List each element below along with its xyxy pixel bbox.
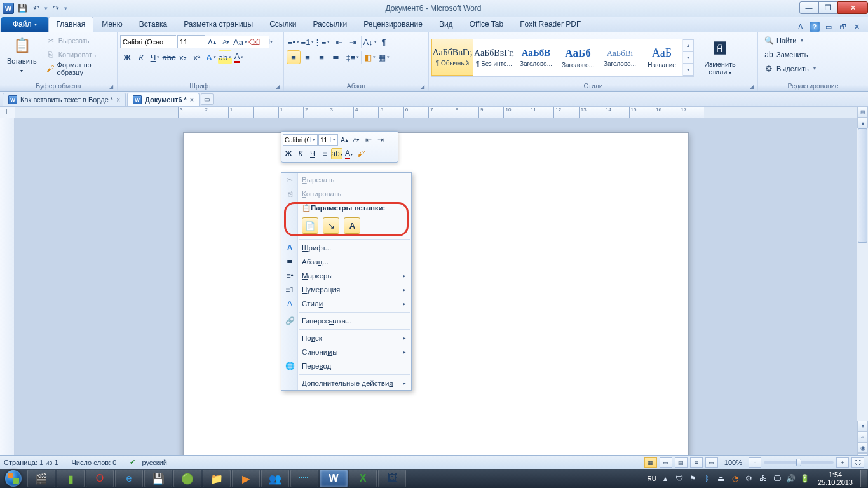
horizontal-ruler[interactable]: 3211234567891011121314151617 <box>178 107 704 118</box>
view-web-layout-icon[interactable]: ▤ <box>675 458 688 468</box>
taskbar-app-mpc[interactable]: 🎬 <box>27 470 55 487</box>
font-size-combo[interactable]: ▾ <box>177 35 205 48</box>
help-icon[interactable]: ? <box>810 22 820 32</box>
tray-tool-icon[interactable]: ⚙ <box>744 473 754 484</box>
ctx-numbering[interactable]: ≡1Нумерация▸ <box>281 283 411 297</box>
sort-icon[interactable]: A↓ <box>363 35 377 49</box>
taskbar-app-msn[interactable]: 👥 <box>261 470 289 487</box>
ribbon-tab-references[interactable]: Ссылки <box>261 17 304 32</box>
qat-undo-dropdown-icon[interactable]: ▾ <box>44 3 48 14</box>
increase-indent-icon[interactable]: ⇥ <box>346 35 360 49</box>
font-name-combo[interactable]: ▾ <box>120 35 176 48</box>
mini-grow-font-icon[interactable]: A▴ <box>339 134 350 146</box>
show-desktop-button[interactable] <box>860 470 867 487</box>
ctx-hyperlink[interactable]: 🔗Гиперссылка... <box>281 314 411 328</box>
taskbar-app-picasa[interactable]: 🖼 <box>378 470 406 487</box>
qat-save-icon[interactable]: 💾 <box>17 3 28 14</box>
page[interactable] <box>183 132 689 464</box>
ruler-toggle-icon[interactable]: ▤ <box>857 107 868 118</box>
grow-font-icon[interactable]: A▴ <box>205 35 219 49</box>
paste-merge-formatting-icon[interactable]: ↘ <box>323 217 339 234</box>
clear-formatting-icon[interactable]: ⌫ <box>247 35 261 49</box>
mini-font-color-icon[interactable]: A <box>343 148 355 159</box>
subscript-icon[interactable]: x₂ <box>176 50 190 64</box>
vertical-ruler[interactable] <box>0 118 15 464</box>
style-item-heading3[interactable]: АаБбВіЗаголово... <box>599 39 641 76</box>
minimize-ribbon-icon[interactable]: ᐱ <box>796 22 806 32</box>
mini-shrink-font-icon[interactable]: A▾ <box>351 134 362 146</box>
ribbon-tab-menu[interactable]: Меню <box>93 17 130 32</box>
browse-object-icon[interactable]: ◉ <box>857 442 868 453</box>
ctx-paragraph[interactable]: ≣Абзац... <box>281 255 411 269</box>
close-tab-icon[interactable]: × <box>190 97 194 104</box>
taskbar-app-opera[interactable]: O <box>86 470 114 487</box>
ctx-styles[interactable]: AСтили▸ <box>281 297 411 311</box>
zoom-in-button[interactable]: + <box>836 458 849 468</box>
gallery-more-icon[interactable]: ▾ <box>683 64 693 76</box>
chevron-down-icon[interactable]: ▾ <box>310 137 317 142</box>
style-item-heading2[interactable]: АаБбЗаголово... <box>557 39 599 76</box>
ribbon-tab-view[interactable]: Вид <box>431 17 461 32</box>
bullets-icon[interactable]: ≡• <box>287 35 301 49</box>
tab-selector-icon[interactable]: L <box>0 107 15 118</box>
qat-redo-icon[interactable]: ↷ <box>50 3 62 14</box>
change-case-icon[interactable]: Aa <box>233 35 247 49</box>
tray-usb-icon[interactable]: ⏏ <box>716 473 726 484</box>
mini-font-input[interactable] <box>283 137 310 144</box>
qat-undo-icon[interactable]: ↶ <box>31 3 42 14</box>
paste-text-only-icon[interactable]: A <box>344 217 360 234</box>
mini-underline-icon[interactable]: Ч <box>307 148 318 159</box>
scroll-up-icon[interactable]: ▴ <box>857 118 868 128</box>
prev-page-icon[interactable]: « <box>857 431 868 442</box>
gallery-down-icon[interactable]: ▾ <box>683 51 693 64</box>
tray-language[interactable]: RU <box>647 475 656 482</box>
status-page[interactable]: Страница: 1 из 1 <box>4 459 58 466</box>
chevron-down-icon[interactable]: ▾ <box>269 39 273 44</box>
gallery-up-icon[interactable]: ▴ <box>683 39 693 51</box>
mini-format-painter-icon[interactable]: 🖌 <box>355 148 367 159</box>
ribbon-tab-review[interactable]: Рецензирование <box>355 17 431 32</box>
scroll-down-icon[interactable]: ▾ <box>857 421 868 431</box>
view-print-layout-icon[interactable]: ▦ <box>644 458 657 468</box>
tray-flag-icon[interactable]: ⚑ <box>688 473 698 484</box>
change-styles-button[interactable]: 🅰 Изменить стили <box>698 37 742 79</box>
mini-increase-indent-icon[interactable]: ⇥ <box>375 134 386 146</box>
tray-battery-icon[interactable]: 🔋 <box>800 473 810 484</box>
ribbon-opt2-icon[interactable]: 🗗 <box>837 22 848 32</box>
window-close-button[interactable]: ✕ <box>837 1 868 14</box>
mini-size-input[interactable] <box>319 137 330 144</box>
view-outline-icon[interactable]: ≡ <box>690 458 703 468</box>
document-tab-active[interactable]: WДокумент6 *× <box>127 93 200 106</box>
numbering-icon[interactable]: ≡1 <box>301 35 315 49</box>
taskbar-app-monitor[interactable]: 〰 <box>290 470 318 487</box>
window-restore-button[interactable]: ❐ <box>818 1 837 14</box>
style-item-title[interactable]: АаБНазвание <box>641 39 683 76</box>
text-effects-icon[interactable]: A <box>204 50 218 64</box>
file-tab[interactable]: Файл <box>1 17 48 32</box>
find-button[interactable]: 🔍Найти▾ <box>761 34 819 47</box>
ribbon-opt1-icon[interactable]: ▭ <box>824 22 834 32</box>
tray-clock[interactable]: 1:5425.10.2013 <box>814 471 857 486</box>
taskbar-app-excel[interactable]: X <box>349 470 377 487</box>
chevron-down-icon[interactable]: ▾ <box>330 137 337 142</box>
ctx-bullets[interactable]: ≡•Маркеры▸ <box>281 269 411 283</box>
multilevel-list-icon[interactable]: ⋮≡ <box>315 35 329 49</box>
document-tab[interactable]: WКак вставить текст в Ворде *× <box>3 93 126 106</box>
taskbar-app-ie[interactable]: e <box>115 470 143 487</box>
align-center-icon[interactable]: ≡ <box>301 50 315 64</box>
tray-shield-icon[interactable]: 🛡 <box>674 473 684 484</box>
zoom-fit-icon[interactable]: ⛶ <box>851 458 864 468</box>
justify-icon[interactable]: ≣ <box>329 50 342 64</box>
ribbon-tab-foxit[interactable]: Foxit Reader PDF <box>512 17 589 32</box>
italic-icon[interactable]: К <box>134 50 148 64</box>
group-font-label[interactable]: Шрифт <box>120 81 281 91</box>
styles-gallery-scroll[interactable]: ▴▾▾ <box>683 39 693 76</box>
mini-decrease-indent-icon[interactable]: ⇤ <box>363 134 374 146</box>
status-word-count[interactable]: Число слов: 0 <box>72 459 117 466</box>
taskbar-app-explorer[interactable]: 📁 <box>203 470 231 487</box>
underline-icon[interactable]: Ч <box>148 50 162 64</box>
align-right-icon[interactable]: ≡ <box>315 50 329 64</box>
taskbar-app-process[interactable]: ▮ <box>57 470 85 487</box>
shrink-font-icon[interactable]: A▾ <box>219 35 233 49</box>
format-painter-button[interactable]: 🖌Формат по образцу <box>43 62 114 75</box>
